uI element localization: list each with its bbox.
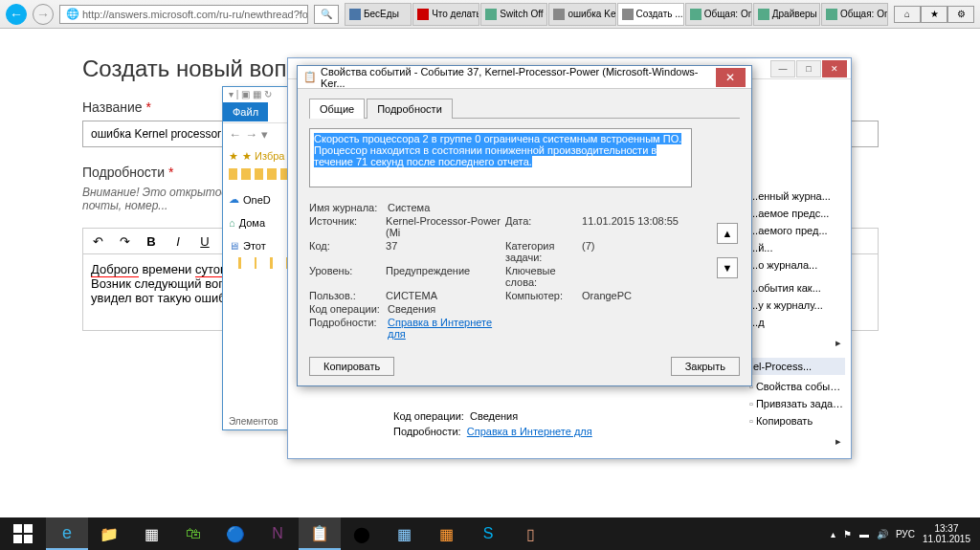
action-item[interactable]: ...й... — [749, 239, 845, 256]
browser-tab[interactable]: Драйверы ... — [753, 3, 820, 26]
browser-tab[interactable]: Switch Off с... — [480, 3, 547, 26]
nav-back[interactable]: ← — [229, 127, 241, 142]
underline-button[interactable]: U — [192, 231, 217, 252]
help-link[interactable]: Справка в Интернете для — [388, 317, 492, 340]
close-button[interactable]: Закрыть — [671, 357, 740, 376]
thispc-item[interactable]: 🖥 Этот — [229, 238, 289, 253]
explorer-quickaccess-toolbar: ▾ | ▣ ▦ ↻ — [223, 87, 295, 102]
explorer-ribbon: Файл — [223, 102, 295, 123]
svg-rect-3 — [24, 535, 33, 543]
taskbar-app[interactable]: ▦ — [130, 517, 172, 550]
bold-button[interactable]: B — [139, 231, 164, 252]
taskbar-skype[interactable]: S — [467, 517, 509, 550]
tab-general[interactable]: Общие — [309, 99, 365, 119]
browser-toolbar: ← → 🌐http://answers.microsoft.com/ru-ru/… — [0, 0, 980, 29]
tab-details[interactable]: Подробности — [367, 99, 453, 119]
taskbar-app5[interactable]: ▯ — [509, 517, 551, 550]
tree-item[interactable]: Вид — [245, 255, 257, 271]
forward-button[interactable]: → — [33, 4, 54, 25]
expand-arrow[interactable]: ▸ — [749, 334, 845, 352]
help-link[interactable]: Справка в Интернете для — [467, 426, 592, 437]
start-button[interactable] — [0, 517, 46, 550]
browser-tab[interactable]: БесЕды — [345, 3, 412, 26]
tree-item[interactable]: Sky — [229, 166, 237, 182]
action-item[interactable]: ...д — [749, 314, 845, 331]
event-details-bottom: Код операции: Сведения Подробности: Спра… — [393, 408, 592, 439]
taskbar-app3[interactable]: ▦ — [383, 517, 425, 550]
prev-event-button[interactable]: ▲ — [717, 223, 738, 244]
file-tab[interactable]: Файл — [223, 102, 268, 121]
tray-network-icon[interactable]: ▬ — [859, 529, 869, 539]
system-tray[interactable]: ▴ ⚑ ▬ 🔊 РУС 13:3711.01.2015 — [821, 523, 980, 544]
explorer-status: Элементов — [229, 416, 278, 427]
action-item[interactable]: ▫Свойства событий — [749, 378, 845, 395]
undo-button[interactable]: ↶ — [85, 231, 110, 252]
next-event-button[interactable]: ▼ — [717, 257, 738, 278]
action-item[interactable]: ...о журнала... — [749, 256, 845, 274]
nav-up[interactable]: ▾ — [261, 127, 268, 142]
action-item[interactable]: ▫Привязать задачу к событию... — [749, 395, 845, 412]
taskbar-store[interactable]: 🛍 — [172, 517, 214, 550]
action-item[interactable]: ...аемое предс... — [749, 205, 845, 222]
action-item[interactable]: ...у к журналу... — [749, 297, 845, 314]
window-controls: ⌂ ★ ⚙ — [894, 6, 974, 23]
italic-button[interactable]: I — [166, 231, 190, 252]
event-message[interactable]: Скорость процессора 2 в группе 0 огранич… — [309, 128, 692, 187]
browser-tab[interactable]: ошибка Ker... — [548, 3, 615, 26]
browser-tab[interactable]: Что делать ... — [412, 3, 479, 26]
tab-strip: БесЕдыЧто делать ...Switch Off с...ошибк… — [345, 3, 888, 26]
action-item[interactable]: ...обытия как... — [749, 279, 845, 297]
svg-rect-0 — [13, 524, 22, 533]
back-button[interactable]: ← — [6, 4, 27, 25]
taskbar-app2[interactable]: ⬤ — [341, 517, 383, 550]
action-item[interactable]: ▫Копировать — [749, 412, 845, 429]
maximize-button[interactable]: □ — [796, 60, 821, 77]
copy-button[interactable]: Копировать — [309, 357, 394, 376]
taskbar-app4[interactable]: ▦ — [425, 517, 467, 550]
dialog-titlebar: 📋 Свойства событий - Событие 37, Kernel-… — [298, 66, 751, 89]
expand-arrow[interactable]: ▸ — [749, 432, 845, 451]
explorer-tree[interactable]: ★ ★ Избра SkyЗагрНедРабЯнд ☁ OneD ⌂ Дома… — [223, 144, 295, 276]
browser-tab[interactable]: Общая: On... — [821, 3, 888, 26]
action-item[interactable]: ...аемого пред... — [749, 222, 845, 239]
event-nav-arrows: ▲ ▼ — [717, 223, 738, 278]
explorer-nav: ←→▾ — [223, 123, 295, 144]
tray-volume-icon[interactable]: 🔊 — [877, 529, 888, 539]
homegroup-item[interactable]: ⌂ Дома — [229, 215, 289, 231]
tray-up-icon[interactable]: ▴ — [831, 529, 835, 539]
action-item[interactable]: ...енный журна... — [749, 187, 845, 205]
favorites-icon[interactable]: ★ — [921, 6, 947, 23]
taskbar-eventvwr[interactable]: 📋 — [299, 517, 341, 550]
minimize-button[interactable]: — — [770, 60, 795, 77]
browser-tab[interactable]: Создать ... ✕ — [617, 3, 684, 26]
favorites-header[interactable]: ★ ★ Избра — [229, 148, 289, 165]
taskbar-chrome[interactable]: 🔵 — [214, 517, 256, 550]
svg-rect-1 — [24, 524, 33, 533]
tree-item[interactable]: Нед — [255, 166, 263, 182]
taskbar-ie[interactable]: e — [46, 517, 88, 550]
taskbar-onenote[interactable]: N — [256, 517, 299, 550]
explorer-window: ▾ | ▣ ▦ ↻ Файл ←→▾ ★ ★ Избра SkyЗагрНедР… — [222, 86, 296, 430]
onedrive-item[interactable]: ☁ OneD — [229, 191, 289, 208]
tray-flag-icon[interactable]: ⚑ — [843, 529, 852, 539]
tree-item[interactable]: Док — [260, 255, 273, 271]
tools-icon[interactable]: ⚙ — [947, 6, 974, 23]
redo-button[interactable]: ↷ — [112, 231, 137, 252]
taskbar-explorer[interactable]: 📁 — [88, 517, 130, 550]
tray-clock[interactable]: 13:3711.01.2015 — [923, 523, 970, 544]
search-button[interactable]: 🔍 — [314, 5, 339, 24]
browser-tab[interactable]: Общая: On... — [685, 3, 752, 26]
event-fields: Имя журнала:Система Источник:Kernel-Proc… — [309, 201, 702, 341]
tree-item[interactable]: Загр — [241, 166, 251, 182]
taskbar: e 📁 ▦ 🛍 🔵 N 📋 ⬤ ▦ ▦ S ▯ ▴ ⚑ ▬ 🔊 РУС 13:3… — [0, 517, 980, 550]
address-bar[interactable]: 🌐http://answers.microsoft.com/ru-ru/newt… — [59, 5, 308, 24]
dialog-title: Свойства событий - Событие 37, Kernel-Pr… — [321, 66, 716, 89]
dialog-close-button[interactable]: ✕ — [716, 68, 746, 87]
tray-lang[interactable]: РУС — [896, 529, 915, 539]
home-icon[interactable]: ⌂ — [894, 6, 921, 23]
tree-item[interactable]: Раб — [267, 166, 276, 182]
tree-item[interactable]: mr.р — [229, 255, 241, 271]
actions-header: el-Process... — [749, 358, 845, 375]
close-button[interactable]: ✕ — [822, 60, 847, 77]
nav-fwd[interactable]: → — [245, 127, 257, 142]
